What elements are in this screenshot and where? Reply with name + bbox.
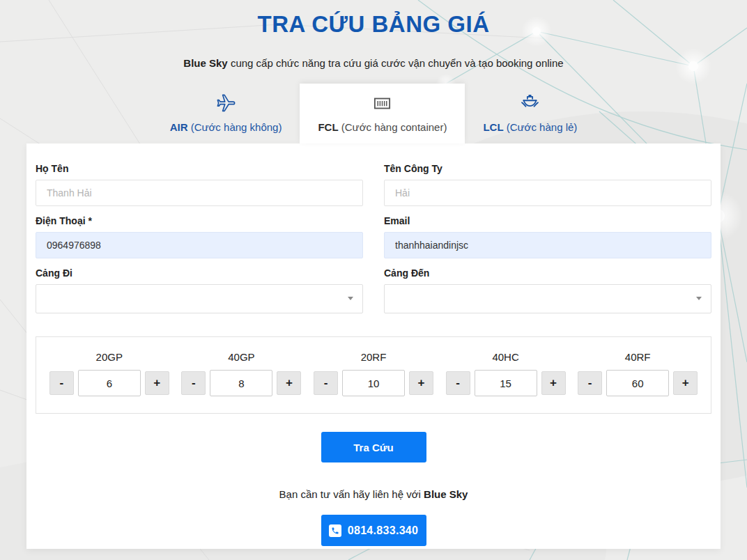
phone-number: 0814.833.340 — [348, 524, 418, 537]
minus-button[interactable]: - — [49, 371, 74, 395]
name-field-group: Họ Tên — [36, 163, 363, 206]
port-from-label: Cảng Đi — [36, 267, 363, 279]
plus-button[interactable]: + — [277, 371, 301, 395]
brand-name: Blue Sky — [424, 488, 468, 500]
quantity-stepper: - + — [181, 370, 301, 396]
contact-text: Bạn cần tư vấn hãy liên hệ với Blue Sky — [36, 488, 711, 500]
quantity-stepper: - + — [49, 370, 169, 396]
port-to-field-group: Cảng Đến — [384, 267, 711, 313]
container-type-label: 20RF — [361, 351, 387, 363]
port-from-select[interactable] — [36, 284, 363, 313]
tab-lcl-label: LCL (Cước hàng lẻ) — [483, 121, 577, 133]
container-type-label: 20GP — [96, 351, 123, 363]
page-title: TRA CỨU BẢNG GIÁ — [0, 0, 747, 38]
container-type-label: 40RF — [625, 351, 651, 363]
stepper-20rf: 20RF - + — [314, 351, 433, 396]
tab-air[interactable]: AIR (Cước hàng không) — [152, 84, 300, 143]
minus-button[interactable]: - — [446, 371, 470, 395]
ship-icon — [483, 93, 577, 114]
tab-lcl[interactable]: LCL (Cước hàng lẻ) — [465, 84, 595, 143]
minus-button[interactable]: - — [181, 371, 206, 395]
quantity-stepper: - + — [578, 370, 698, 396]
stepper-40hc: 40HC - + — [446, 351, 566, 396]
container-quantity-section: 20GP - + 40GP - + 20RF - — [36, 336, 711, 414]
airplane-icon — [170, 93, 282, 114]
quantity-input[interactable] — [475, 370, 537, 396]
tab-fcl[interactable]: FCL (Cước hàng container) — [300, 84, 465, 143]
container-type-label: 40GP — [228, 351, 254, 363]
port-from-field-group: Cảng Đi — [36, 267, 363, 313]
phone-label: Điện Thoại * — [36, 215, 363, 226]
plus-button[interactable]: + — [541, 371, 566, 395]
phone-input[interactable] — [36, 232, 363, 258]
stepper-40gp: 40GP - + — [181, 351, 301, 396]
quantity-stepper: - + — [314, 370, 433, 396]
subtitle-text: cung cấp chức năng tra cứu giá cước vận … — [228, 57, 564, 69]
name-label: Họ Tên — [36, 163, 363, 174]
company-input[interactable] — [384, 180, 711, 206]
minus-button[interactable]: - — [578, 371, 602, 395]
quantity-input[interactable] — [606, 370, 669, 396]
freight-type-tabs: AIR (Cước hàng không) FCL (Cước hàng con… — [0, 84, 747, 143]
plus-button[interactable]: + — [673, 371, 698, 395]
minus-button[interactable]: - — [314, 371, 338, 395]
email-input[interactable] — [384, 232, 711, 258]
container-type-label: 40HC — [492, 351, 518, 363]
contact-fields: Họ Tên Tên Công Ty Điện Thoại * Email Cả… — [36, 163, 711, 322]
quantity-input[interactable] — [78, 370, 141, 396]
quantity-input[interactable] — [342, 370, 405, 396]
phone-call-button[interactable]: 0814.833.340 — [321, 515, 426, 546]
fcl-quote-form-card: Họ Tên Tên Công Ty Điện Thoại * Email Cả… — [26, 143, 721, 549]
port-to-select[interactable] — [384, 284, 711, 313]
tab-fcl-label: FCL (Cước hàng container) — [318, 121, 447, 133]
stepper-20gp: 20GP - + — [49, 351, 169, 396]
price-lookup-page: TRA CỨU BẢNG GIÁ Blue Sky cung cấp chức … — [0, 0, 747, 549]
email-field-group: Email — [384, 215, 711, 258]
port-to-label: Cảng Đến — [384, 267, 711, 279]
name-input[interactable] — [36, 180, 363, 206]
company-field-group: Tên Công Ty — [384, 163, 711, 206]
page-subtitle: Blue Sky cung cấp chức năng tra cứu giá … — [0, 57, 747, 69]
quantity-stepper: - + — [446, 370, 566, 396]
chevron-down-icon — [696, 297, 702, 300]
container-icon — [318, 93, 447, 114]
company-label: Tên Công Ty — [384, 163, 711, 174]
chevron-down-icon — [348, 297, 353, 300]
phone-icon — [329, 524, 341, 537]
tab-air-label: AIR (Cước hàng không) — [170, 121, 282, 133]
plus-button[interactable]: + — [145, 371, 169, 395]
plus-button[interactable]: + — [409, 371, 433, 395]
brand-name: Blue Sky — [183, 57, 227, 69]
stepper-40rf: 40RF - + — [578, 351, 698, 396]
email-label: Email — [384, 215, 711, 226]
quantity-input[interactable] — [210, 370, 272, 396]
search-button[interactable]: Tra Cứu — [321, 432, 426, 462]
phone-field-group: Điện Thoại * — [36, 215, 363, 258]
